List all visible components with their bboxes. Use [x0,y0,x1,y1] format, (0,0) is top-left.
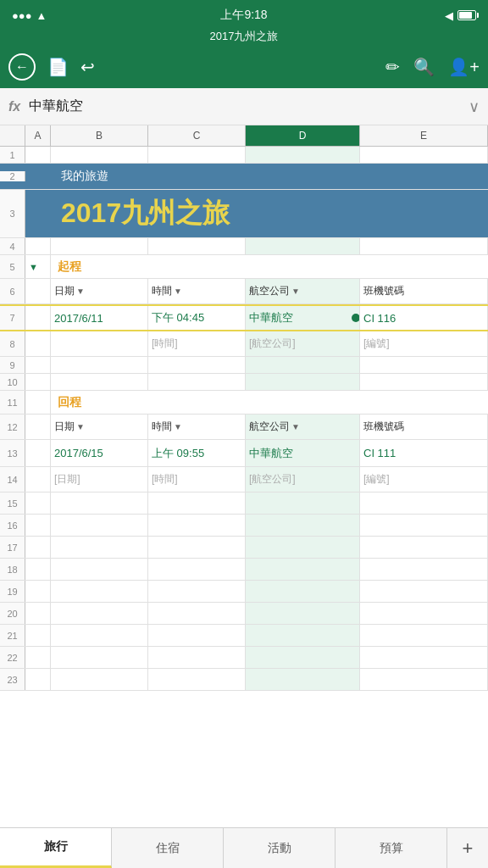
cell-13c[interactable]: 上午 09:55 [148,440,246,466]
row-num: 8 [0,331,25,356]
cell-6c[interactable]: 時間 ▼ [148,279,246,303]
cell-3a[interactable] [25,190,51,237]
col-header-e[interactable]: E [360,125,488,146]
cell-9e[interactable] [360,357,488,373]
section-arrow: ▼ [29,262,38,272]
fx-label: fx [8,99,20,114]
table-row: 8 [時間] [航空公司] [編號] [0,331,488,357]
col-header-d[interactable]: D [246,125,360,146]
cell-4b[interactable] [51,238,148,254]
formula-input[interactable] [29,99,469,114]
cell-1d[interactable] [246,147,360,163]
cell-1a[interactable] [25,147,51,163]
cell-14e[interactable]: [編號] [360,467,488,492]
back-button[interactable]: ← [8,53,36,81]
cell-7e[interactable]: CI 116 [360,306,488,330]
search-icon[interactable]: 🔍 [413,57,435,77]
draw-icon[interactable]: ✏ [385,57,400,77]
dropdown-arrow-time1[interactable]: ▼ [174,287,182,296]
cell-4d[interactable] [246,238,360,254]
col-header-c[interactable]: C [148,125,246,146]
cell-4c[interactable] [148,238,246,254]
cell-13d[interactable]: 中華航空 [246,440,360,466]
cell-13e[interactable]: CI 111 [360,440,488,466]
cell-3merged[interactable]: 2017九州之旅 [51,190,488,237]
tab-budget[interactable]: 預算 [336,828,447,868]
cell-5merged[interactable]: 起程 [51,255,488,278]
cell-6d[interactable]: 航空公司 ▼ [246,279,360,303]
cell-1c[interactable] [148,147,246,163]
col-header-b[interactable]: B [51,125,148,146]
cell-12a[interactable] [25,415,51,439]
col-header-a[interactable]: A [25,125,51,146]
cell-8d[interactable]: [航空公司] [246,331,360,356]
cell-6e[interactable]: 班機號碼 [360,279,488,303]
cell-9d[interactable] [246,357,360,373]
cell-1b[interactable] [51,147,148,163]
cell-10e[interactable] [360,374,488,390]
cell-8a[interactable] [25,331,51,356]
cell-8e[interactable]: [編號] [360,331,488,356]
cell-12b[interactable]: 日期 ▼ [51,415,148,439]
formula-bar: fx ∨ [0,88,488,125]
cell-7d[interactable]: 中華航空 [246,306,360,330]
cell-12e[interactable]: 班機號碼 [360,415,488,439]
tab-activities[interactable]: 活動 [224,828,336,868]
table-row: 13 2017/6/15 上午 09:55 中華航空 CI 111 [0,440,488,467]
table-row: 15 [0,492,488,515]
cell-10b[interactable] [51,374,148,390]
dropdown-arrow-airline1[interactable]: ▼ [291,287,300,296]
dropdown-arrow-time2[interactable]: ▼ [174,422,182,431]
cell-13b[interactable]: 2017/6/15 [51,440,148,466]
tab-travel[interactable]: 旅行 [0,828,112,868]
table-row: 14 [日期] [時間] [航空公司] [編號] [0,467,488,492]
cell-10a[interactable] [25,374,51,390]
row-num: 20 [0,603,25,624]
col-label-flight2: 班機號碼 [363,420,404,434]
cell-10c[interactable] [148,374,246,390]
cell-12d[interactable]: 航空公司 ▼ [246,415,360,439]
cell-9b[interactable] [51,357,148,373]
column-headers: A B C D E [0,125,488,147]
dropdown-arrow-date2[interactable]: ▼ [76,422,85,431]
file-icon[interactable]: 📄 [47,57,69,77]
cell-11merged[interactable]: 回程 [51,391,488,414]
cell-14c[interactable]: [時間] [148,467,246,492]
cell-11a[interactable] [25,391,51,414]
cell-8b[interactable] [51,331,148,356]
cell-13a[interactable] [25,440,51,466]
table-row: 12 日期 ▼ 時間 ▼ 航空公司 ▼ 班機號碼 [0,415,488,440]
cell-12c[interactable]: 時間 ▼ [148,415,246,439]
table-row: 16 [0,515,488,537]
undo-button[interactable]: ↩ [80,57,95,77]
add-sheet-button[interactable]: + [447,828,488,868]
dropdown-arrow-date1[interactable]: ▼ [76,287,85,296]
cell-8c[interactable]: [時間] [148,331,246,356]
col-label-date2: 日期 [54,420,75,434]
cell-9c[interactable] [148,357,246,373]
cell-2merged[interactable]: 我的旅遊 [51,164,488,189]
col-label-flight1: 班機號碼 [363,284,404,298]
cell-7c[interactable]: 下午 04:45 [148,306,246,330]
cell-14a[interactable] [25,467,51,492]
cell-14d[interactable]: [航空公司] [246,467,360,492]
cell-9a[interactable] [25,357,51,373]
wifi-icon: ▲ [36,9,47,22]
dropdown-arrow-airline2[interactable]: ▼ [291,422,300,431]
formula-expand-icon[interactable]: ∨ [469,97,480,116]
cell-7a[interactable] [25,306,51,330]
cell-10d[interactable] [246,374,360,390]
cell-6b[interactable]: 日期 ▼ [51,279,148,303]
cell-14b[interactable]: [日期] [51,467,148,492]
table-row: 21 [0,625,488,647]
cell-6a[interactable] [25,279,51,303]
cell-4e[interactable] [360,238,488,254]
spreadsheet: A B C D E 1 2 我的旅遊 3 2017九州 [0,125,488,843]
cell-2a[interactable] [25,175,51,178]
add-user-icon[interactable]: 👤+ [448,57,480,77]
tab-accommodation[interactable]: 住宿 [112,828,224,868]
cell-5a[interactable]: ▼ [25,255,51,278]
cell-4a[interactable] [25,238,51,254]
cell-1e[interactable] [360,147,488,163]
cell-7b[interactable]: 2017/6/11 [51,306,148,330]
